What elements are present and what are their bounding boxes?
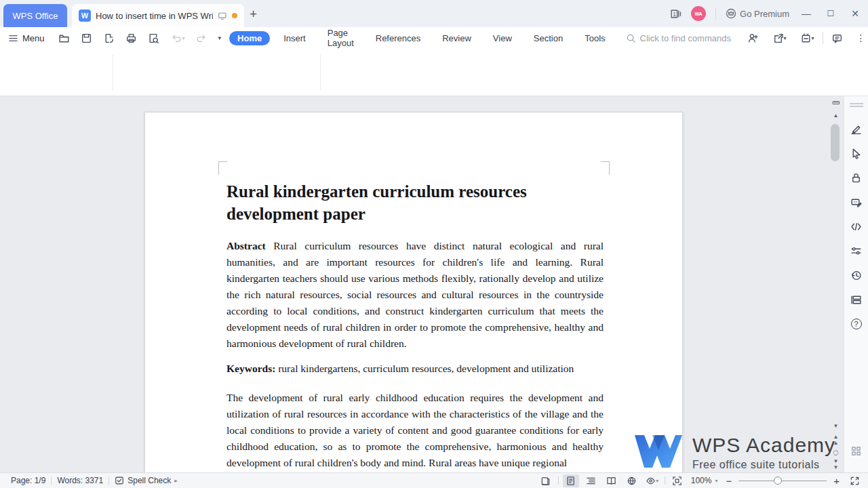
eye-protection-icon[interactable]: ▾	[644, 474, 660, 487]
comment-icon[interactable]	[826, 33, 848, 44]
margin-mark-left	[218, 161, 227, 175]
maximize-button[interactable]: ☐	[823, 9, 838, 18]
spell-check-icon	[115, 476, 124, 485]
help-icon[interactable]: ?	[844, 312, 868, 336]
body-paragraph[interactable]: The development of rural early childhood…	[226, 390, 604, 471]
fullscreen-icon[interactable]	[846, 474, 863, 487]
redo-icon[interactable]	[191, 33, 213, 44]
document-area: Rural kindergarten curriculum resources …	[0, 96, 844, 472]
wps-office-tab-label: WPS Office	[13, 11, 58, 21]
spell-check-label: Spell Check	[127, 476, 171, 485]
user-avatar[interactable]: WA	[691, 6, 706, 21]
undo-icon[interactable]: ▾	[165, 33, 191, 44]
code-icon[interactable]	[844, 214, 868, 239]
customize-toolbar-icon[interactable]: ▾	[213, 35, 227, 41]
document-tab[interactable]: W How to insert time in WPS Writer	[72, 4, 244, 27]
tab-insert[interactable]: Insert	[275, 31, 314, 45]
document-heading[interactable]: Rural kindergarten curriculum resources …	[226, 180, 604, 225]
history-icon[interactable]	[844, 263, 868, 287]
document-page[interactable]: Rural kindergarten curriculum resources …	[144, 112, 683, 472]
menu-bar: Menu ▾ ▾ Home Insert Page Layout Referen…	[0, 27, 868, 49]
divider	[715, 7, 716, 20]
page-indicator[interactable]: Page: 1/9	[5, 476, 51, 485]
menu-label: Menu	[22, 33, 45, 43]
read-mode-icon[interactable]	[604, 474, 620, 487]
web-layout-icon[interactable]	[624, 474, 640, 487]
ruler-toggle-icon[interactable]	[828, 99, 844, 107]
word-count[interactable]: Words: 3371	[52, 476, 108, 485]
signature-pen-icon[interactable]	[844, 117, 868, 141]
fit-page-icon[interactable]	[669, 474, 686, 487]
window-arrange-icon[interactable]: 1	[670, 8, 682, 20]
open-file-icon[interactable]	[53, 33, 75, 44]
vertical-scrollbar[interactable]: ▲ ▼ ▲▲ ◯ ▼▼	[828, 96, 844, 472]
field-edit-icon[interactable]: <>	[844, 190, 868, 214]
tab-references[interactable]: References	[368, 31, 429, 45]
scroll-down-icon[interactable]: ▼	[828, 423, 844, 429]
abstract-paragraph[interactable]: Abstract Rural curriculum resources have…	[226, 238, 604, 352]
output-pdf-icon[interactable]	[98, 33, 120, 44]
watermark-title: WPS Academy	[692, 434, 835, 457]
abstract-label: Abstract	[226, 240, 266, 251]
status-bar: Page: 1/9 Words: 3371 Spell Check ▸ ▾	[0, 472, 868, 488]
invite-collaborator-icon[interactable]	[742, 33, 764, 44]
sidebar-drag-handle[interactable]	[850, 103, 863, 107]
abstract-text: Rural curriculum resources have distinct…	[226, 240, 604, 349]
task-window-icon[interactable]	[538, 474, 554, 487]
unsaved-changes-dot	[232, 13, 237, 18]
divider	[320, 54, 321, 91]
zoom-level-dropdown[interactable]: 100% ▾	[690, 476, 719, 485]
share-screen-icon[interactable]	[218, 11, 227, 21]
settings-sliders-icon[interactable]	[844, 239, 868, 263]
right-sidebar: <> ?	[844, 96, 868, 472]
zoom-slider-knob[interactable]	[774, 476, 782, 485]
zoom-out-button[interactable]: −	[723, 475, 734, 487]
command-search-input[interactable]	[640, 33, 742, 43]
watermark-subtitle: Free office suite tutorials	[692, 459, 835, 471]
zoom-slider[interactable]	[738, 474, 827, 487]
document-tab-title: How to insert time in WPS Writer	[96, 11, 213, 21]
share-icon[interactable]: ▾	[767, 33, 792, 44]
scrollbar-thumb[interactable]	[831, 124, 840, 161]
more-options-icon[interactable]: ⋮	[851, 33, 868, 43]
tab-review[interactable]: Review	[434, 31, 479, 45]
divider	[113, 54, 113, 91]
lock-icon[interactable]	[844, 165, 868, 190]
page-view-icon[interactable]	[563, 474, 579, 487]
scroll-up-icon[interactable]: ▲	[828, 113, 844, 119]
app-grid-icon[interactable]	[851, 446, 861, 456]
zoom-in-button[interactable]: +	[831, 475, 842, 487]
zoom-level-value: 100%	[691, 476, 712, 485]
keywords-text: rural kindergartens, curriculum resource…	[275, 363, 574, 374]
new-tab-button[interactable]: +	[250, 7, 257, 22]
navigation-pane-icon[interactable]	[844, 287, 868, 312]
new-window-icon[interactable]: ▾	[795, 33, 820, 44]
margin-mark-right	[601, 161, 610, 175]
tab-tools[interactable]: Tools	[576, 31, 613, 45]
go-premium-button[interactable]: Go Premium	[726, 8, 789, 19]
wps-office-tab[interactable]: WPS Office	[3, 4, 67, 27]
tab-page-layout[interactable]: Page Layout	[319, 26, 362, 50]
keywords-line[interactable]: Keywords: rural kindergartens, curriculu…	[226, 361, 604, 377]
close-button[interactable]: ✕	[848, 8, 863, 19]
print-preview-icon[interactable]	[142, 33, 165, 44]
menu-button[interactable]: Menu	[0, 33, 53, 43]
command-search[interactable]	[626, 33, 742, 43]
keywords-label: Keywords:	[226, 363, 275, 374]
tab-view[interactable]: View	[485, 31, 520, 45]
tab-home[interactable]: Home	[229, 31, 270, 45]
ribbon: Paste ▾ ✂Cut Copy Format Painter Sitka B…	[0, 49, 868, 96]
svg-text:1: 1	[673, 10, 676, 17]
hamburger-icon	[8, 33, 18, 43]
outline-view-icon[interactable]	[583, 474, 599, 487]
save-icon[interactable]	[75, 33, 98, 44]
print-icon[interactable]	[120, 33, 142, 44]
minimize-button[interactable]: —	[799, 8, 814, 19]
spell-check-button[interactable]: Spell Check ▸	[109, 476, 183, 485]
go-premium-label: Go Premium	[740, 9, 789, 19]
tab-section[interactable]: Section	[526, 31, 571, 45]
svg-text:<>: <>	[853, 200, 857, 204]
select-tool-icon[interactable]	[844, 141, 868, 165]
wps-academy-watermark: WPS Academy Free office suite tutorials	[634, 434, 835, 471]
premium-crown-icon	[726, 8, 736, 19]
